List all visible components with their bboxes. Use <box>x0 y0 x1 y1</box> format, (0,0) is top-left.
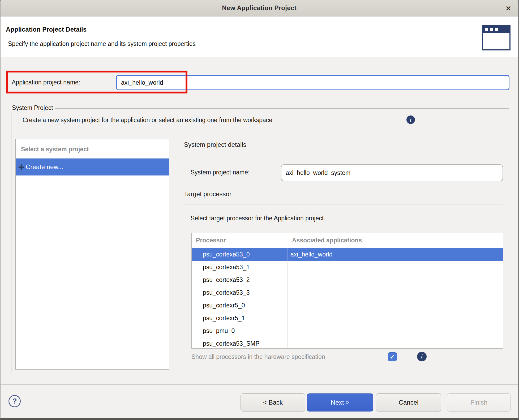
new-application-project-dialog: New Application Project ✕ Application Pr… <box>0 0 519 420</box>
next-button[interactable]: Next > <box>307 393 373 412</box>
system-project-description: Create a new system project for the appl… <box>23 117 272 124</box>
info-icon[interactable]: i <box>406 115 415 124</box>
title-bar[interactable]: New Application Project ✕ <box>1 0 518 16</box>
system-project-name-input[interactable] <box>281 164 503 181</box>
finish-button[interactable]: Finish <box>447 393 511 412</box>
close-icon[interactable]: ✕ <box>504 4 513 13</box>
processor-table-body: psu_cortexa53_0 axi_hello_world psu_cort… <box>192 248 503 349</box>
processor-cell: psu_cortexa53_0 <box>192 248 288 261</box>
processor-table-header: Processor Associated applications <box>192 233 503 248</box>
processor-cell: psu_cortexr5_1 <box>192 312 288 324</box>
table-row[interactable]: psu_cortexa53_2 <box>192 273 503 286</box>
system-project-legend: System Project <box>10 104 55 112</box>
processor-cell: psu_cortexa53_3 <box>192 286 288 299</box>
target-processor-instruction: Select target processor for the Applicat… <box>191 215 325 222</box>
dialog-header: Application Project Details Specify the … <box>1 16 518 57</box>
page-title: Application Project Details <box>6 26 87 33</box>
application-project-name-label: Application project name: <box>12 79 80 86</box>
processor-cell: psu_pmu_0 <box>192 324 288 337</box>
column-header-associated-applications: Associated applications <box>288 237 503 244</box>
application-project-name-input[interactable] <box>116 75 509 90</box>
footer-separator <box>1 384 518 385</box>
processor-cell: psu_cortexa53_SMP <box>192 337 288 349</box>
system-project-details-heading: System project details <box>184 141 246 148</box>
target-processor-heading: Target processor <box>184 190 231 198</box>
target-separator <box>184 204 503 204</box>
show-all-processors-label: Show all processors in the hardware spec… <box>191 353 325 361</box>
associated-applications-cell: axi_hello_world <box>288 251 503 258</box>
page-subtitle: Specify the application project name and… <box>8 40 196 48</box>
list-item-label: Create new... <box>26 163 63 171</box>
back-button[interactable]: < Back <box>241 393 305 412</box>
list-item-create-new[interactable]: + Create new... <box>16 158 169 175</box>
table-row[interactable]: psu_cortexa53_1 <box>192 261 503 273</box>
wizard-window-icon <box>482 25 511 50</box>
system-project-name-label: System project name: <box>191 169 250 176</box>
table-row[interactable]: psu_cortexa53_SMP <box>192 337 503 349</box>
table-row[interactable]: psu_cortexa53_0 axi_hello_world <box>192 248 503 261</box>
system-project-list: Select a system project + Create new... <box>15 139 169 370</box>
info-icon[interactable]: i <box>417 352 427 361</box>
table-row[interactable]: psu_cortexa53_3 <box>192 286 503 299</box>
processor-cell: psu_cortexr5_0 <box>192 299 288 312</box>
system-project-groupbox: System Project Create a new system proje… <box>11 108 509 373</box>
column-header-processor: Processor <box>192 237 288 244</box>
plus-icon: + <box>17 162 26 172</box>
help-icon[interactable]: ? <box>8 395 21 407</box>
wizard-window-icon-titlebar <box>483 26 509 33</box>
processor-table: Processor Associated applications psu_co… <box>191 233 503 349</box>
dialog-title: New Application Project <box>222 4 297 12</box>
table-row[interactable]: psu_cortexr5_0 <box>192 299 503 312</box>
processor-cell: psu_cortexa53_2 <box>192 273 288 286</box>
table-row[interactable]: psu_pmu_0 <box>192 324 503 337</box>
cancel-button[interactable]: Cancel <box>376 393 441 412</box>
table-row[interactable]: psu_cortexr5_1 <box>192 312 503 324</box>
processor-cell: psu_cortexa53_1 <box>192 261 288 273</box>
system-project-list-header: Select a system project <box>16 139 169 158</box>
show-all-processors-checkbox[interactable]: ✓ <box>388 352 397 361</box>
details-separator <box>184 155 503 155</box>
